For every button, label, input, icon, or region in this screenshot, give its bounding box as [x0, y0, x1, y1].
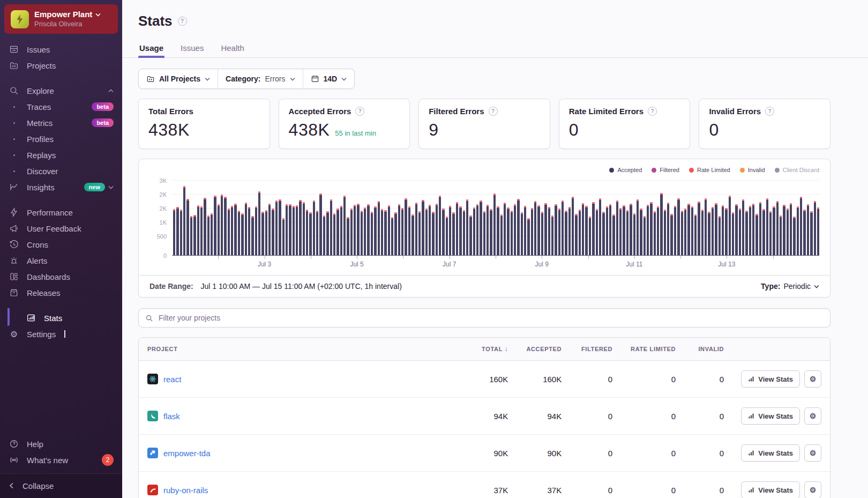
legend-dot: [740, 168, 745, 173]
org-user: Priscila Oliveira: [34, 20, 101, 28]
sort-desc-icon: ↓: [505, 345, 508, 353]
bullet-icon: [9, 154, 19, 156]
legend-rate-limited[interactable]: Rate Limited: [689, 167, 730, 173]
legend-client-discard[interactable]: Client Discard: [775, 167, 819, 173]
main-content: Stats ? Usage Issues Health All Projects…: [122, 0, 868, 498]
bullet-icon: [9, 106, 19, 108]
project-filter-dropdown[interactable]: All Projects: [139, 69, 218, 88]
project-link[interactable]: ruby-on-rails: [163, 486, 208, 495]
legend-dot: [609, 168, 614, 173]
notification-badge: 2: [102, 454, 114, 466]
date-range-label: Date Range:: [149, 282, 193, 291]
sidebar-item-insights[interactable]: Insights new: [0, 179, 122, 195]
stat-card-accepted-errors: Accepted Errors? 438K55 in last min: [279, 99, 410, 149]
help-icon[interactable]: ?: [355, 107, 364, 116]
gear-icon: ⚙: [9, 329, 19, 339]
sidebar-item-traces[interactable]: Traces beta: [0, 99, 122, 115]
stat-cards-row: Total Errors 438K Accepted Errors? 438K5…: [138, 99, 830, 149]
chevron-down-icon: [341, 77, 347, 81]
legend-invalid[interactable]: Invalid: [740, 167, 765, 173]
project-link[interactable]: react: [163, 375, 181, 384]
sidebar-item-discover[interactable]: Discover: [0, 163, 122, 179]
x-tick-label: Jul 13: [718, 261, 735, 268]
tab-issues[interactable]: Issues: [179, 40, 205, 57]
view-stats-button[interactable]: View Stats: [741, 407, 800, 425]
col-accepted[interactable]: Accepted: [517, 338, 570, 361]
y-tick-label: 0: [144, 252, 167, 259]
y-tick-label: 500: [144, 233, 167, 240]
legend-filtered[interactable]: Filtered: [652, 167, 679, 173]
sidebar-item-help[interactable]: Help: [0, 436, 122, 452]
sidebar-item-whats-new[interactable]: What's new 2: [0, 452, 122, 468]
view-stats-button[interactable]: View Stats: [741, 481, 800, 498]
sidebar-item-issues[interactable]: Issues: [0, 41, 122, 57]
org-logo-icon: [11, 10, 29, 28]
chevron-down-icon: [205, 77, 210, 81]
col-total[interactable]: Total ↓: [466, 338, 517, 361]
sidebar-item-projects[interactable]: Projects: [0, 57, 122, 73]
project-settings-button[interactable]: ⚙: [804, 370, 821, 388]
project-link[interactable]: flask: [163, 412, 180, 421]
project-settings-button[interactable]: ⚙: [804, 444, 821, 462]
col-invalid[interactable]: Invalid: [684, 338, 732, 361]
date-range-value: Jul 1 10:00 AM — Jul 15 11:00 AM (+02:00…: [201, 282, 402, 291]
tab-usage[interactable]: Usage: [138, 40, 164, 57]
table-row: empower-tda 90K 90K 0 0 0 View Stats ⚙: [139, 435, 830, 472]
sidebar: Empower Plant Priscila Oliveira Issues P…: [0, 0, 122, 498]
col-filtered[interactable]: Filtered: [570, 338, 621, 361]
sidebar-item-stats[interactable]: Stats: [0, 310, 122, 326]
broadcast-icon: [9, 455, 19, 465]
legend-accepted[interactable]: Accepted: [609, 167, 642, 173]
col-rate-limited[interactable]: Rate Limited: [621, 338, 684, 361]
y-tick-label: 1K: [144, 219, 167, 226]
sidebar-item-alerts[interactable]: Alerts: [0, 252, 122, 269]
total-errors-value: 438K: [148, 120, 190, 140]
react-platform-icon: [147, 374, 158, 384]
page-help-icon[interactable]: ?: [178, 17, 187, 26]
search-input[interactable]: [159, 314, 824, 322]
tab-health[interactable]: Health: [220, 40, 245, 57]
gear-icon: ⚙: [810, 486, 817, 494]
archive-box-icon: [9, 288, 19, 298]
sidebar-item-settings[interactable]: ⚙ Settings: [0, 326, 122, 342]
line-chart-icon: [9, 182, 19, 192]
chart-footer: Date Range: Jul 1 10:00 AM — Jul 15 11:0…: [139, 275, 830, 297]
view-stats-button[interactable]: View Stats: [741, 444, 800, 462]
view-stats-button[interactable]: View Stats: [741, 370, 800, 388]
table-row: ruby-on-rails 37K 37K 0 0 0 View Stats ⚙: [139, 472, 830, 498]
lightning-icon: [9, 207, 19, 217]
project-settings-button[interactable]: ⚙: [804, 481, 821, 498]
bar-chart-plot[interactable]: 3K 2K 2K 1K 500 0: [172, 181, 819, 256]
category-filter-dropdown[interactable]: Category: Errors: [218, 69, 302, 88]
python-platform-icon: [147, 448, 158, 458]
projects-icon: [9, 61, 19, 70]
type-dropdown[interactable]: Type: Periodic: [761, 282, 819, 291]
sidebar-item-releases[interactable]: Releases: [0, 285, 122, 301]
help-icon[interactable]: ?: [765, 107, 774, 116]
help-icon[interactable]: ?: [489, 107, 498, 116]
sidebar-item-profiles[interactable]: Profiles: [0, 131, 122, 147]
help-icon[interactable]: ?: [648, 107, 657, 116]
sidebar-collapse-button[interactable]: Collapse: [0, 473, 122, 498]
org-switcher[interactable]: Empower Plant Priscila Oliveira: [4, 4, 118, 34]
new-badge: new: [84, 183, 105, 191]
sidebar-item-performance[interactable]: Performance: [0, 204, 122, 220]
date-range-dropdown[interactable]: 14D: [303, 69, 355, 88]
page-title: Stats: [138, 13, 173, 29]
megaphone-icon: [9, 224, 19, 233]
chevron-down-icon: [108, 185, 114, 189]
sidebar-item-crons[interactable]: Crons: [0, 236, 122, 252]
usage-chart-card: Accepted Filtered Rate Limited Invalid C…: [138, 159, 830, 298]
x-tick-label: Jul 9: [535, 261, 549, 268]
col-project[interactable]: Project: [139, 338, 466, 361]
sidebar-item-user-feedback[interactable]: User Feedback: [0, 220, 122, 236]
sidebar-item-explore[interactable]: Explore: [0, 83, 122, 99]
accepted-errors-value: 438K: [289, 120, 330, 140]
chevron-down-icon: [814, 285, 819, 288]
project-settings-button[interactable]: ⚙: [804, 407, 821, 425]
project-link[interactable]: empower-tda: [163, 449, 211, 458]
sidebar-item-metrics[interactable]: Metrics beta: [0, 115, 122, 131]
sidebar-item-dashboards[interactable]: Dashboards: [0, 269, 122, 285]
sidebar-item-replays[interactable]: Replays: [0, 147, 122, 163]
siren-icon: [9, 256, 19, 265]
